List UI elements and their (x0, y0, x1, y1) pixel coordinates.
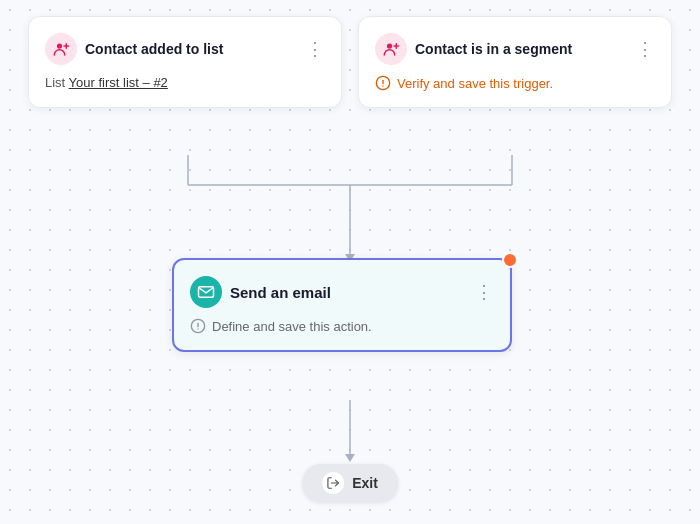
action-card[interactable]: Send an email ⋮ Define and save this act… (172, 258, 512, 352)
title-group-2: Contact is in a segment (375, 33, 572, 65)
action-menu[interactable]: ⋮ (475, 283, 494, 301)
warning-icon (375, 75, 391, 91)
trigger1-menu[interactable]: ⋮ (306, 40, 325, 58)
trigger1-title: Contact added to list (85, 41, 223, 57)
exit-icon (326, 476, 340, 490)
svg-point-3 (387, 43, 392, 48)
trigger2-icon-circle (375, 33, 407, 65)
person-add-icon (52, 40, 70, 58)
action-body: Define and save this action. (190, 318, 494, 334)
trigger2-body: Verify and save this trigger. (375, 75, 655, 91)
trigger-card-1[interactable]: Contact added to list ⋮ List Your first … (28, 16, 342, 108)
trigger-card-2[interactable]: Contact is in a segment ⋮ Verify and sav… (358, 16, 672, 108)
trigger2-menu[interactable]: ⋮ (636, 40, 655, 58)
action-title: Send an email (230, 284, 331, 301)
workflow-canvas: Contact added to list ⋮ List Your first … (0, 0, 700, 524)
trigger1-icon-circle (45, 33, 77, 65)
action-title-group: Send an email (190, 276, 331, 308)
svg-point-8 (382, 85, 383, 86)
card-header-2: Contact is in a segment ⋮ (375, 33, 655, 65)
svg-point-0 (57, 43, 62, 48)
trigger2-title: Contact is in a segment (415, 41, 572, 57)
action-warning-icon (190, 318, 206, 334)
trigger1-list-link[interactable]: Your first list – #2 (69, 75, 168, 90)
svg-point-19 (197, 328, 198, 329)
segment-icon (382, 40, 400, 58)
svg-marker-15 (345, 454, 355, 462)
trigger2-warning: Verify and save this trigger. (375, 75, 655, 91)
exit-label: Exit (352, 475, 378, 491)
action-icon-circle (190, 276, 222, 308)
trigger1-body: List Your first list – #2 (45, 75, 325, 90)
email-icon (197, 283, 215, 301)
trigger-row: Contact added to list ⋮ List Your first … (28, 16, 672, 108)
action-card-header: Send an email ⋮ (190, 276, 494, 308)
card-header-1: Contact added to list ⋮ (45, 33, 325, 65)
exit-node[interactable]: Exit (302, 464, 398, 502)
exit-icon-circle (322, 472, 344, 494)
action-notification-dot (502, 252, 518, 268)
title-group-1: Contact added to list (45, 33, 223, 65)
action-warning-text: Define and save this action. (212, 319, 372, 334)
